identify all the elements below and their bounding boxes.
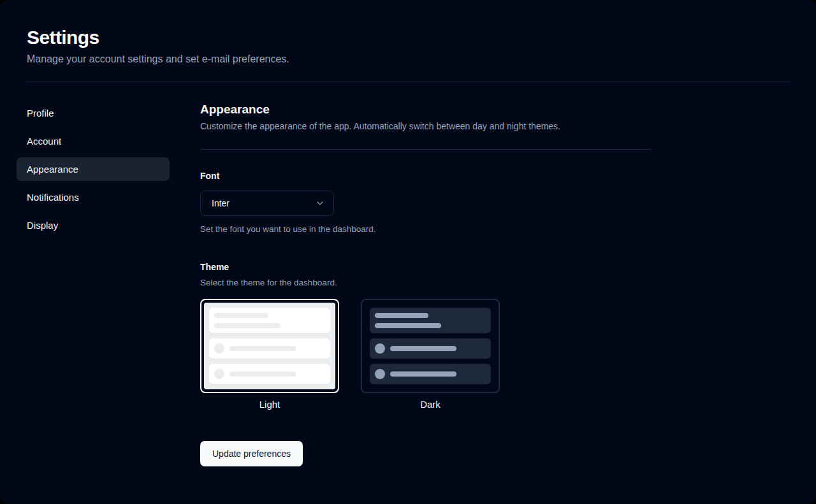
light-preview-panel [204, 303, 335, 389]
skeleton-circle [214, 369, 224, 379]
skeleton-bar [390, 346, 456, 351]
preview-card [209, 308, 330, 333]
font-select-value: Inter [212, 198, 229, 208]
preview-card [370, 364, 491, 384]
settings-sidebar: Profile Account Appearance Notifications… [17, 101, 170, 466]
theme-option-dark-label: Dark [361, 393, 500, 415]
preview-card [370, 338, 491, 359]
skeleton-bar [375, 323, 441, 328]
skeleton-circle [214, 343, 224, 354]
page-title: Settings [27, 27, 790, 48]
preview-card [370, 308, 491, 333]
skeleton-bar [229, 346, 296, 351]
appearance-section: Appearance Customize the appearance of t… [200, 101, 652, 466]
theme-preview-dark [361, 299, 500, 393]
section-description: Customize the appearance of the app. Aut… [200, 121, 652, 131]
section-title: Appearance [200, 103, 652, 117]
theme-option-light[interactable]: Light [200, 299, 339, 415]
skeleton-circle [375, 343, 385, 354]
content-row: Profile Account Appearance Notifications… [26, 101, 790, 466]
font-select[interactable]: Inter [200, 191, 334, 216]
dark-preview-panel [365, 303, 496, 389]
theme-field-description: Select the theme for the dashboard. [200, 278, 652, 287]
chevron-down-icon [315, 198, 325, 208]
theme-option-dark[interactable]: Dark [361, 299, 500, 415]
font-field-label: Font [200, 171, 652, 181]
settings-page: Settings Manage your account settings an… [0, 0, 816, 504]
page-subtitle: Manage your account settings and set e-m… [27, 54, 790, 65]
skeleton-bar [229, 371, 296, 377]
header-separator [26, 82, 790, 82]
skeleton-circle [375, 369, 385, 379]
sidebar-item-profile[interactable]: Profile [17, 101, 170, 125]
section-separator [200, 149, 652, 150]
theme-preview-light [200, 299, 339, 393]
sidebar-item-account[interactable]: Account [17, 129, 170, 153]
theme-options: Light [200, 299, 652, 415]
preview-card [209, 338, 330, 359]
font-field-description: Set the font you want to use in the dash… [200, 224, 652, 234]
update-preferences-button[interactable]: Update preferences [200, 441, 303, 466]
sidebar-item-display[interactable]: Display [17, 213, 170, 237]
skeleton-bar [214, 313, 268, 318]
preview-card [209, 364, 330, 384]
sidebar-item-appearance[interactable]: Appearance [17, 157, 170, 181]
skeleton-bar [375, 313, 428, 318]
sidebar-item-notifications[interactable]: Notifications [17, 185, 170, 209]
theme-option-light-label: Light [200, 393, 339, 415]
skeleton-bar [390, 371, 456, 377]
skeleton-bar [214, 323, 280, 328]
theme-field-label: Theme [200, 262, 652, 272]
